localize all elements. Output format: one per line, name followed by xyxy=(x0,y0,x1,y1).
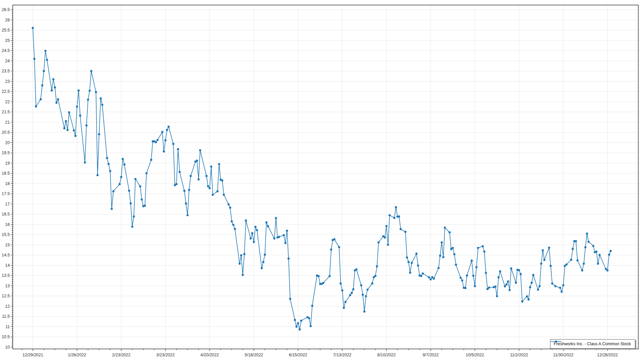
data-point xyxy=(232,224,234,226)
y-tick-label: 10.5 xyxy=(2,335,10,339)
data-point xyxy=(79,115,81,117)
x-tick-label: 8/10/2022 xyxy=(377,353,396,357)
y-tick-label: 20 xyxy=(5,140,10,145)
data-point xyxy=(543,259,545,261)
data-point xyxy=(554,285,556,287)
data-point xyxy=(466,275,468,277)
data-point xyxy=(57,98,59,100)
data-point xyxy=(55,102,57,104)
y-tick-label: 14 xyxy=(5,263,10,268)
data-point xyxy=(286,230,288,232)
y-tick-label: 19.5 xyxy=(2,150,10,155)
data-point xyxy=(441,241,443,243)
data-point xyxy=(90,70,92,72)
data-point xyxy=(475,266,477,268)
data-point xyxy=(588,241,590,243)
y-tick-label: 19 xyxy=(5,161,10,166)
data-point xyxy=(598,254,600,256)
data-point xyxy=(356,268,358,270)
data-point xyxy=(529,286,531,288)
data-point xyxy=(111,208,113,210)
data-point xyxy=(205,175,207,177)
data-point xyxy=(349,294,351,296)
data-point xyxy=(351,292,353,294)
data-point xyxy=(482,245,484,247)
data-point xyxy=(461,279,463,281)
data-point xyxy=(592,245,594,247)
data-point xyxy=(606,269,608,272)
data-point xyxy=(570,259,572,261)
y-tick-label: 20.5 xyxy=(2,130,10,135)
data-point xyxy=(245,220,247,222)
data-point xyxy=(66,129,68,131)
legend: Freshworks Inc. - Class A Common Stock xyxy=(550,339,635,349)
data-point xyxy=(360,284,362,286)
data-point xyxy=(377,241,379,243)
x-tick-label: 4/20/2022 xyxy=(201,353,219,357)
data-point xyxy=(539,285,541,287)
data-point xyxy=(86,124,88,126)
data-point xyxy=(68,111,70,113)
x-tick-label: 2/23/2022 xyxy=(112,353,130,357)
data-point xyxy=(433,278,435,280)
data-point xyxy=(540,262,542,264)
legend-line-marker-icon xyxy=(550,340,562,344)
data-point xyxy=(287,257,289,259)
data-point xyxy=(175,183,177,185)
data-point xyxy=(135,178,137,180)
data-point xyxy=(163,150,165,153)
data-point xyxy=(32,27,34,29)
data-point xyxy=(515,282,517,284)
data-point xyxy=(437,267,439,269)
data-point xyxy=(112,190,114,192)
data-point xyxy=(100,98,102,100)
data-point xyxy=(267,225,269,227)
x-tick-label: 1/26/2022 xyxy=(68,353,86,357)
data-point xyxy=(190,175,192,177)
data-point xyxy=(254,226,256,228)
data-point xyxy=(322,282,324,284)
data-point xyxy=(198,178,200,180)
data-point xyxy=(537,289,539,291)
data-point xyxy=(188,189,190,191)
data-point xyxy=(343,307,345,309)
data-point xyxy=(77,89,79,92)
data-point xyxy=(439,255,441,257)
data-point xyxy=(131,226,133,228)
x-tick-label: 9/7/2022 xyxy=(423,353,439,357)
data-point xyxy=(405,231,407,233)
data-point xyxy=(43,70,45,72)
data-point xyxy=(508,289,511,291)
data-point xyxy=(311,305,313,307)
y-tick-label: 17.5 xyxy=(2,191,10,196)
stock-price-chart: 1010.51111.51212.51313.51414.51515.51616… xyxy=(0,0,644,362)
y-tick-label: 14.5 xyxy=(2,253,10,257)
data-point xyxy=(609,250,611,252)
data-point xyxy=(363,310,365,312)
data-point xyxy=(253,241,255,243)
data-point xyxy=(411,262,413,264)
data-point xyxy=(595,250,597,252)
data-point xyxy=(367,289,369,291)
data-point xyxy=(74,135,76,137)
data-point xyxy=(129,202,131,204)
data-point xyxy=(108,163,110,165)
data-point xyxy=(399,228,401,230)
data-point xyxy=(499,270,501,273)
data-point xyxy=(455,264,457,266)
data-point xyxy=(166,129,168,131)
data-point xyxy=(265,221,267,223)
data-point xyxy=(583,262,585,264)
y-tick-label: 13.5 xyxy=(2,273,10,278)
data-point xyxy=(128,190,130,192)
data-point xyxy=(251,232,253,234)
data-point xyxy=(177,148,179,150)
plot-frame xyxy=(13,5,638,349)
data-point xyxy=(185,202,187,204)
data-point xyxy=(497,276,499,278)
data-point xyxy=(250,237,252,239)
data-point xyxy=(520,273,522,275)
data-point xyxy=(338,246,340,248)
data-point xyxy=(398,216,400,218)
data-point xyxy=(299,328,301,330)
